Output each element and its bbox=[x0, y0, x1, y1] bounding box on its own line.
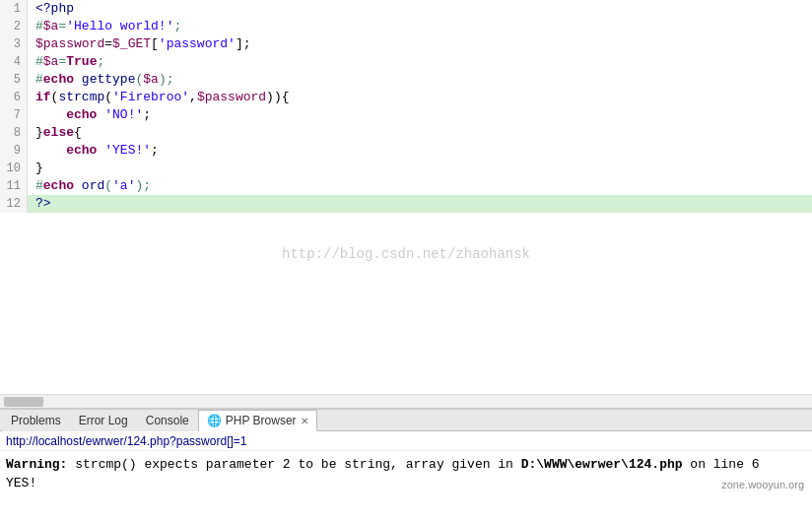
scrollbar-thumb[interactable] bbox=[4, 397, 43, 407]
code-line-11: 11#echo ord('a'); bbox=[0, 177, 812, 195]
line-number: 1 bbox=[0, 0, 28, 18]
warning-line: Warning: strcmp() expects parameter 2 to… bbox=[6, 455, 806, 476]
code-line-6: 6if(strcmp('Firebroo',$password)){ bbox=[0, 89, 812, 106]
warning-line-num: 6 bbox=[752, 457, 760, 472]
line-number: 12 bbox=[0, 195, 28, 213]
line-content: if(strcmp('Firebroo',$password)){ bbox=[28, 89, 290, 106]
tab-close-phpbrowser[interactable]: ✕ bbox=[301, 416, 308, 426]
line-number: 11 bbox=[0, 177, 28, 195]
code-line-7: 7 echo 'NO!'; bbox=[0, 106, 812, 124]
line-number: 5 bbox=[0, 71, 28, 89]
tab-phpbrowser[interactable]: 🌐PHP Browser✕ bbox=[198, 410, 317, 431]
line-number: 10 bbox=[0, 160, 28, 177]
code-line-3: 3$password=$_GET['password']; bbox=[0, 35, 812, 53]
tab-label-console: Console bbox=[146, 414, 189, 427]
tab-label-phpbrowser: PHP Browser bbox=[226, 414, 297, 427]
code-line-4: 4#$a=True; bbox=[0, 53, 812, 71]
line-content: ?> bbox=[28, 195, 51, 213]
line-content: echo 'NO!'; bbox=[28, 106, 151, 124]
code-line-10: 10} bbox=[0, 160, 812, 177]
tab-label-problems: Problems bbox=[11, 414, 61, 427]
code-line-5: 5#echo gettype($a); bbox=[0, 71, 812, 89]
line-content: } bbox=[28, 160, 43, 177]
code-editor: 1<?php2#$a='Hello world!';3$password=$_G… bbox=[0, 0, 812, 394]
line-number: 9 bbox=[0, 142, 28, 160]
line-content: }else{ bbox=[28, 124, 82, 142]
tab-console[interactable]: Console bbox=[137, 410, 198, 431]
line-number: 3 bbox=[0, 35, 28, 53]
code-line-1: 1<?php bbox=[0, 0, 812, 18]
line-content: #$a=True; bbox=[28, 53, 104, 71]
warning-path: D:\WWW\ewrwer\124.php bbox=[521, 457, 683, 472]
code-line-8: 8}else{ bbox=[0, 124, 812, 142]
url-text: http://localhost/ewrwer/124.php?password… bbox=[6, 434, 246, 448]
line-number: 7 bbox=[0, 106, 28, 124]
tab-problems[interactable]: Problems bbox=[2, 410, 70, 431]
url-bar: http://localhost/ewrwer/124.php?password… bbox=[0, 431, 812, 451]
line-content: <?php bbox=[28, 0, 74, 18]
output-yes: YES! bbox=[6, 476, 806, 490]
tab-errorlog[interactable]: Error Log bbox=[70, 410, 137, 431]
line-number: 4 bbox=[0, 53, 28, 71]
phpbrowser-icon: 🌐 bbox=[207, 414, 222, 427]
bottom-watermark: zone.wooyun.org bbox=[721, 479, 804, 490]
tab-label-errorlog: Error Log bbox=[79, 414, 128, 427]
line-number: 6 bbox=[0, 89, 28, 106]
output-area: Warning: strcmp() expects parameter 2 to… bbox=[0, 451, 812, 494]
warning-line-text: on line bbox=[683, 457, 752, 472]
line-content: $password=$_GET['password']; bbox=[28, 35, 250, 53]
line-content: #$a='Hello world!'; bbox=[28, 18, 181, 35]
tab-bar: ProblemsError LogConsole🌐PHP Browser✕ bbox=[0, 408, 812, 431]
line-number: 8 bbox=[0, 124, 28, 142]
code-line-12: 12?> bbox=[0, 195, 812, 213]
line-number: 2 bbox=[0, 18, 28, 35]
watermark: http://blog.csdn.net/zhaohansk bbox=[282, 246, 530, 262]
line-content: #echo gettype($a); bbox=[28, 71, 173, 89]
warning-label: Warning: bbox=[6, 457, 67, 472]
warning-text: strcmp() expects parameter 2 to be strin… bbox=[67, 457, 520, 472]
code-line-2: 2#$a='Hello world!'; bbox=[0, 18, 812, 35]
line-content: echo 'YES!'; bbox=[28, 142, 159, 160]
line-content: #echo ord('a'); bbox=[28, 177, 151, 195]
code-line-9: 9 echo 'YES!'; bbox=[0, 142, 812, 160]
horizontal-scrollbar[interactable] bbox=[0, 394, 812, 408]
